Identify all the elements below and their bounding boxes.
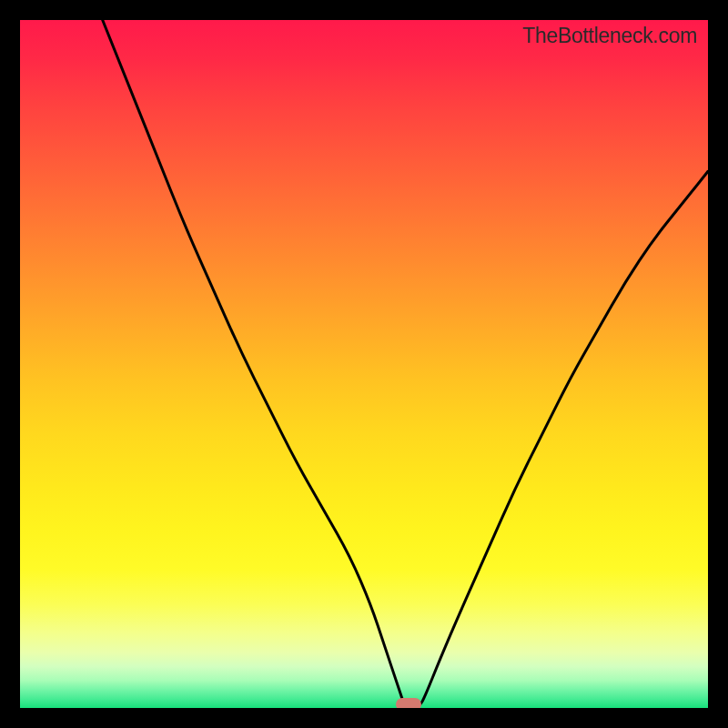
- optimal-marker: [396, 698, 421, 708]
- plot-area: TheBottleneck.com: [20, 20, 708, 708]
- chart-frame: TheBottleneck.com: [0, 0, 728, 728]
- bottleneck-curve: [20, 20, 708, 708]
- watermark: TheBottleneck.com: [522, 24, 697, 48]
